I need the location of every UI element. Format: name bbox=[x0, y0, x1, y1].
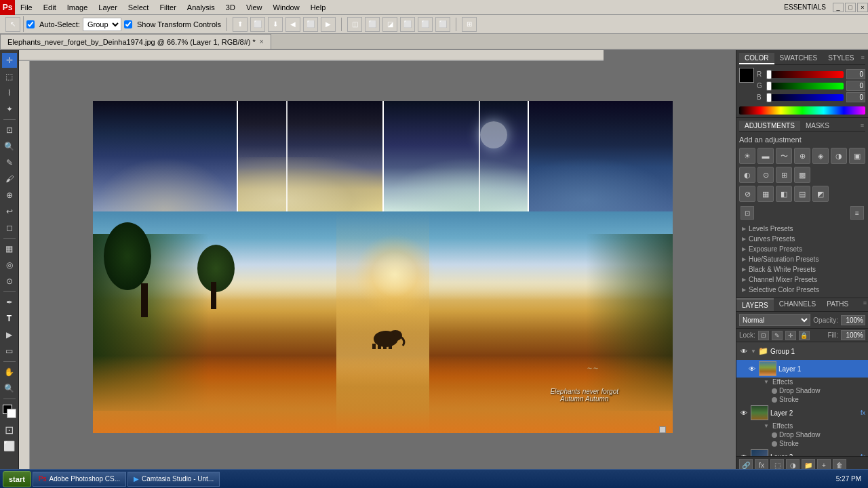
adj-footer-icon-1[interactable]: ⊡ bbox=[741, 206, 754, 220]
align-vcenter[interactable]: ⬜ bbox=[250, 17, 265, 32]
show-transform-checkbox[interactable] bbox=[124, 20, 132, 28]
group1-visibility-toggle[interactable]: 👁 bbox=[739, 346, 749, 356]
distribute-left[interactable]: ◫ bbox=[347, 17, 362, 32]
brush-tool-btn[interactable]: 🖌 bbox=[2, 171, 17, 186]
preset-selective[interactable]: ▶ Selective Color Presets bbox=[739, 285, 865, 295]
task-camtasia[interactable]: ▶ Camtasia Studio - Unt... bbox=[127, 472, 220, 487]
blend-mode-select[interactable]: Normal Multiply Screen Overlay bbox=[739, 314, 810, 326]
layer1-stroke[interactable]: Stroke bbox=[736, 395, 868, 404]
menu-view[interactable]: View bbox=[241, 0, 268, 14]
auto-select-checkbox[interactable] bbox=[26, 20, 35, 28]
layer-group1-row[interactable]: 👁 ▼ 📁 Group 1 bbox=[736, 342, 868, 360]
menu-layer[interactable]: Layer bbox=[93, 0, 123, 14]
adj-exposure[interactable]: ⊕ bbox=[794, 148, 810, 164]
align-left[interactable]: ◀ bbox=[285, 17, 300, 32]
blue-slider[interactable] bbox=[766, 94, 844, 101]
layer1-dropshadow[interactable]: Drop Shadow bbox=[736, 386, 868, 395]
maximize-button[interactable]: □ bbox=[845, 3, 856, 12]
fill-value[interactable] bbox=[841, 330, 865, 340]
preset-levels[interactable]: ▶ Levels Presets bbox=[739, 224, 865, 234]
layer2-dropshadow[interactable]: Drop Shadow bbox=[736, 430, 868, 439]
opacity-value[interactable] bbox=[841, 315, 865, 325]
preset-channel[interactable]: ▶ Channel Mixer Presets bbox=[739, 274, 865, 285]
task-photoshop[interactable]: Ps Adobe Photoshop CS... bbox=[33, 472, 126, 487]
shape-tool-btn[interactable]: ▭ bbox=[2, 344, 17, 359]
align-top[interactable]: ⬆ bbox=[233, 17, 248, 32]
active-color-swatch[interactable] bbox=[739, 68, 754, 83]
adj-panel-menu[interactable]: ≡ bbox=[859, 121, 865, 131]
layer1-visibility-toggle[interactable]: 👁 bbox=[747, 364, 757, 373]
color-panel-menu[interactable]: ≡ bbox=[859, 53, 865, 64]
screen-mode-btn[interactable]: ⬜ bbox=[3, 441, 15, 451]
distribute-hcenter[interactable]: ⬜ bbox=[365, 17, 380, 32]
layer2-visibility-toggle[interactable]: 👁 bbox=[739, 408, 749, 418]
adj-color-lookup[interactable]: ▩ bbox=[794, 167, 810, 183]
adj-threshold[interactable]: ◧ bbox=[776, 186, 792, 202]
lasso-tool-btn[interactable]: ⌇ bbox=[2, 85, 17, 100]
canvas-viewport[interactable]: Elephants never forgot Autumn Autumn 〜 〜 bbox=[30, 61, 736, 473]
history-brush-btn[interactable]: ↩ bbox=[2, 204, 17, 219]
preset-curves[interactable]: ▶ Curves Presets bbox=[739, 234, 865, 244]
eraser-btn[interactable]: ◻ bbox=[2, 220, 17, 235]
distribute-top[interactable]: ⬜ bbox=[400, 17, 415, 32]
lock-move-icon[interactable]: ✛ bbox=[785, 331, 796, 340]
tab-paths[interactable]: PATHS bbox=[821, 298, 854, 311]
b-value[interactable]: 0 bbox=[846, 92, 865, 102]
minimize-button[interactable]: _ bbox=[833, 3, 844, 12]
adj-channel-mixer[interactable]: ⊞ bbox=[776, 167, 792, 183]
menu-file[interactable]: File bbox=[15, 0, 38, 14]
canvas-area[interactable]: Elephants never forgot Autumn Autumn 〜 〜 bbox=[19, 50, 736, 473]
pen-tool-btn[interactable]: ✒ bbox=[2, 295, 17, 310]
gradient-btn[interactable]: ▦ bbox=[2, 241, 17, 256]
menu-edit[interactable]: Edit bbox=[38, 0, 62, 14]
align-right[interactable]: ▶ bbox=[321, 17, 336, 32]
adj-gradient-map[interactable]: ▤ bbox=[794, 186, 810, 202]
adj-curves[interactable]: 〜 bbox=[776, 148, 792, 164]
adj-invert[interactable]: ⊘ bbox=[739, 186, 755, 202]
distribute-vcenter[interactable]: ⬜ bbox=[418, 17, 433, 32]
layers-panel-menu[interactable]: ≡ bbox=[862, 298, 868, 311]
group1-expand-arrow[interactable]: ▼ bbox=[751, 348, 756, 354]
tab-swatches[interactable]: SWATCHES bbox=[774, 53, 823, 64]
menu-help[interactable]: Help bbox=[305, 0, 332, 14]
red-slider[interactable] bbox=[766, 71, 844, 78]
move-tool-btn[interactable]: ✛ bbox=[2, 53, 17, 68]
hand-tool-btn[interactable]: ✋ bbox=[2, 365, 17, 380]
move-tool[interactable]: ↖ bbox=[5, 17, 20, 32]
menu-filter[interactable]: Filter bbox=[154, 0, 181, 14]
crop-tool-btn[interactable]: ⊡ bbox=[2, 123, 17, 138]
green-slider[interactable] bbox=[766, 83, 844, 89]
background-color[interactable] bbox=[7, 409, 16, 418]
preset-exposure[interactable]: ▶ Exposure Presets bbox=[739, 244, 865, 254]
blur-btn[interactable]: ◎ bbox=[2, 258, 17, 272]
workspace-label[interactable]: ESSENTIALS bbox=[784, 3, 831, 11]
clone-stamp-btn[interactable]: ⊕ bbox=[2, 188, 17, 203]
zoom-tool-btn[interactable]: 🔍 bbox=[2, 381, 17, 396]
lock-position-icon[interactable]: ⊡ bbox=[758, 331, 769, 340]
adj-brightness-contrast[interactable]: ☀ bbox=[739, 148, 755, 164]
quick-mask-btn[interactable]: ⊡ bbox=[5, 424, 14, 436]
distribute-right[interactable]: ◪ bbox=[382, 17, 397, 32]
preset-bw[interactable]: ▶ Black & White Presets bbox=[739, 264, 865, 274]
layer2-effects-group[interactable]: ▼ Effects bbox=[736, 422, 868, 430]
menu-window[interactable]: Window bbox=[268, 0, 305, 14]
adj-color-balance[interactable]: ▣ bbox=[849, 148, 865, 164]
tab-channels[interactable]: CHANNELS bbox=[774, 298, 821, 311]
layer3-row[interactable]: 👁 Layer 3 fx bbox=[736, 448, 868, 456]
adj-footer-icon-2[interactable]: ≡ bbox=[850, 206, 864, 220]
adj-photo-filter[interactable]: ⊙ bbox=[757, 167, 774, 183]
tab-masks[interactable]: MASKS bbox=[800, 121, 835, 131]
color-swatch[interactable] bbox=[3, 405, 16, 418]
layer1-effects-expand[interactable]: ▼ bbox=[764, 379, 769, 385]
tab-styles[interactable]: STYLES bbox=[823, 53, 859, 64]
color-spectrum-bar[interactable] bbox=[739, 106, 865, 115]
tab-adjustments[interactable]: ADJUSTMENTS bbox=[739, 121, 800, 131]
adj-hue-sat[interactable]: ◑ bbox=[831, 148, 847, 164]
g-value[interactable]: 0 bbox=[846, 81, 865, 91]
distribute-bottom[interactable]: ⬜ bbox=[435, 17, 450, 32]
auto-select-dropdown[interactable]: Group Layer bbox=[83, 18, 121, 31]
layer2-stroke[interactable]: Stroke bbox=[736, 439, 868, 448]
lock-all-icon[interactable]: 🔒 bbox=[799, 331, 810, 340]
layer2-effects-expand[interactable]: ▼ bbox=[764, 423, 769, 429]
tab-close-button[interactable]: × bbox=[260, 38, 264, 45]
